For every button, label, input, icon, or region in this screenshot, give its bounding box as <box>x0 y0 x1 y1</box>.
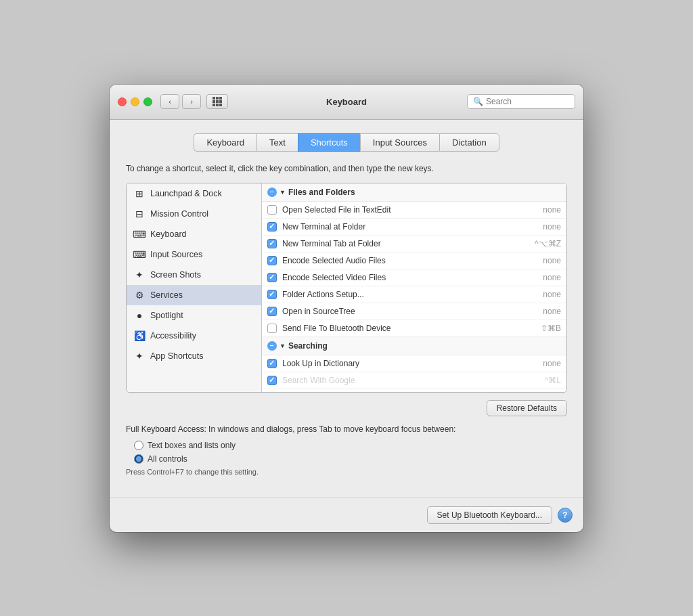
radio-text-boxes-input[interactable] <box>134 441 143 450</box>
shortcut-row: New Terminal at Folder none <box>262 219 566 236</box>
shortcut-name: Open in SourceTree <box>282 307 515 316</box>
content-area: Keyboard Text Shortcuts Input Sources Di… <box>110 120 583 489</box>
shortcut-row: Open Selected File in TextEdit none <box>262 202 566 219</box>
hint-text: Press Control+F7 to change this setting. <box>126 468 567 476</box>
close-button[interactable] <box>118 97 127 106</box>
files-folders-collapse[interactable]: − <box>267 188 277 197</box>
sidebar-item-label: App Shortcuts <box>150 351 204 361</box>
radio-all-controls[interactable]: All controls <box>134 454 567 464</box>
shortcut-name: Encode Selected Audio Files <box>282 256 515 265</box>
sidebar-item-input-sources[interactable]: ⌨ Input Sources <box>127 244 261 265</box>
shortcut-row: Encode Selected Video Files none <box>262 269 566 286</box>
shortcut-checkbox[interactable] <box>267 359 277 368</box>
bottom-bar: Set Up Bluetooth Keyboard... ? <box>110 498 583 532</box>
tab-text[interactable]: Text <box>256 133 298 152</box>
app-grid-button[interactable] <box>206 94 228 109</box>
maximize-button[interactable] <box>143 97 152 106</box>
radio-label: Text boxes and lists only <box>148 441 236 450</box>
shortcut-key: ^⌘L <box>520 376 561 385</box>
keyboard-icon: ⌨ <box>133 228 146 240</box>
sidebar-item-launchpad[interactable]: ⊞ Launchpad & Dock <box>127 183 261 204</box>
description-text: To change a shortcut, select it, click t… <box>126 164 567 173</box>
main-panel: ⊞ Launchpad & Dock ⊟ Mission Control ⌨ K… <box>126 183 567 393</box>
sidebar-item-keyboard[interactable]: ⌨ Keyboard <box>127 224 261 244</box>
shortcut-checkbox[interactable] <box>267 222 277 232</box>
sidebar-item-accessibility[interactable]: ♿ Accessibility <box>127 326 261 346</box>
shortcut-row: Open in SourceTree none <box>262 303 566 320</box>
shortcut-name: Folder Actions Setup... <box>282 290 515 299</box>
sidebar-item-label: Mission Control <box>150 209 208 219</box>
minimize-button[interactable] <box>131 97 139 106</box>
radio-text-boxes[interactable]: Text boxes and lists only <box>134 441 567 450</box>
mission-control-icon: ⊟ <box>133 208 146 220</box>
shortcut-checkbox[interactable] <box>267 239 277 248</box>
shortcut-checkbox[interactable] <box>267 290 277 299</box>
sidebar-item-label: Accessibility <box>150 331 196 340</box>
shortcut-key: none <box>520 307 561 316</box>
shortcut-checkbox[interactable] <box>267 376 277 385</box>
titlebar: ‹ › Keyboard 🔍 <box>110 85 583 120</box>
shortcut-row: Encode Selected Audio Files none <box>262 252 566 269</box>
triangle-icon: ▼ <box>280 189 286 196</box>
search-icon: 🔍 <box>473 97 483 106</box>
shortcut-row: Look Up in Dictionary none <box>262 355 566 372</box>
shortcut-row: Send File To Bluetooth Device ⇧⌘B <box>262 320 566 337</box>
shortcut-key: none <box>520 256 561 265</box>
search-input[interactable] <box>486 97 569 106</box>
forward-button[interactable]: › <box>182 94 201 109</box>
radio-group: Text boxes and lists only All controls <box>134 441 567 464</box>
shortcut-row: New Terminal Tab at Folder ^⌥⌘Z <box>262 236 566 252</box>
searching-collapse[interactable]: − <box>267 341 277 351</box>
files-folders-header: − ▼ Files and Folders <box>262 183 566 202</box>
sidebar: ⊞ Launchpad & Dock ⊟ Mission Control ⌨ K… <box>127 183 262 392</box>
tab-input-sources[interactable]: Input Sources <box>360 133 439 152</box>
services-icon: ⚙ <box>133 289 146 301</box>
collapse-icon: − <box>270 342 274 349</box>
bluetooth-keyboard-button[interactable]: Set Up Bluetooth Keyboard... <box>427 506 552 524</box>
tab-shortcuts[interactable]: Shortcuts <box>298 133 360 152</box>
shortcut-name: Search With Google <box>282 376 515 385</box>
sidebar-item-spotlight[interactable]: ● Spotlight <box>127 305 261 326</box>
tab-keyboard[interactable]: Keyboard <box>194 133 256 152</box>
search-bar[interactable]: 🔍 <box>467 94 575 109</box>
sidebar-item-label: Spotlight <box>150 311 183 320</box>
nav-buttons: ‹ › <box>160 94 201 109</box>
triangle-icon: ▼ <box>280 343 286 349</box>
help-button[interactable]: ? <box>558 508 573 523</box>
shortcut-checkbox[interactable] <box>267 273 277 282</box>
sidebar-item-label: Screen Shots <box>150 270 201 280</box>
shortcut-name: Open Selected File in TextEdit <box>282 205 515 215</box>
back-button[interactable]: ‹ <box>160 94 179 109</box>
sidebar-item-services[interactable]: ⚙ Services <box>127 285 261 305</box>
shortcut-key: none <box>520 205 561 215</box>
shortcut-name: New Terminal at Folder <box>282 222 515 232</box>
shortcut-checkbox[interactable] <box>267 307 277 316</box>
shortcut-key: none <box>520 290 561 299</box>
radio-all-controls-input[interactable] <box>134 454 143 464</box>
tab-dictation[interactable]: Dictation <box>439 133 499 152</box>
sidebar-item-mission-control[interactable]: ⊟ Mission Control <box>127 204 261 224</box>
shortcut-name: Look Up in Dictionary <box>282 359 515 368</box>
shortcut-checkbox[interactable] <box>267 324 277 333</box>
shortcut-row: Search With Google ^⌘L <box>262 372 566 389</box>
section-title: Searching <box>288 341 328 351</box>
shortcut-key: none <box>520 359 561 368</box>
sidebar-item-screenshots[interactable]: ✦ Screen Shots <box>127 265 261 285</box>
sidebar-item-label: Launchpad & Dock <box>150 189 222 198</box>
shortcut-key: none <box>520 273 561 282</box>
shortcut-checkbox[interactable] <box>267 256 277 265</box>
grid-icon <box>213 97 222 106</box>
bottom-section: Restore Defaults Full Keyboard Access: I… <box>126 400 567 476</box>
radio-label: All controls <box>148 454 187 464</box>
shortcut-key: none <box>520 222 561 232</box>
shortcut-checkbox[interactable] <box>267 205 277 215</box>
section-title: Files and Folders <box>288 188 355 197</box>
restore-defaults-button[interactable]: Restore Defaults <box>487 400 567 416</box>
traffic-lights <box>118 97 152 106</box>
shortcut-key: ^⌥⌘Z <box>520 239 561 248</box>
keyboard-access-label: Full Keyboard Access: In windows and dia… <box>126 424 567 434</box>
input-sources-icon: ⌨ <box>133 248 146 261</box>
sidebar-item-label: Input Sources <box>150 250 202 259</box>
sidebar-item-app-shortcuts[interactable]: ✦ App Shortcuts <box>127 346 261 366</box>
right-panel: − ▼ Files and Folders Open Selected File… <box>262 183 566 392</box>
